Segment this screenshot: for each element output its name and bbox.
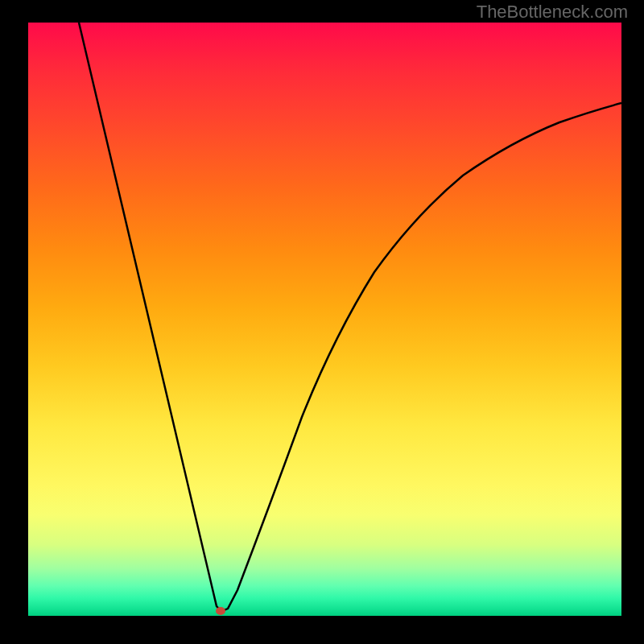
watermark-text: TheBottleneck.com [477,2,628,23]
bottleneck-curve [79,23,621,610]
optimal-point-dot [216,607,225,615]
plot-area [28,23,621,616]
chart-container: TheBottleneck.com [0,0,644,644]
curve-svg [28,23,621,616]
